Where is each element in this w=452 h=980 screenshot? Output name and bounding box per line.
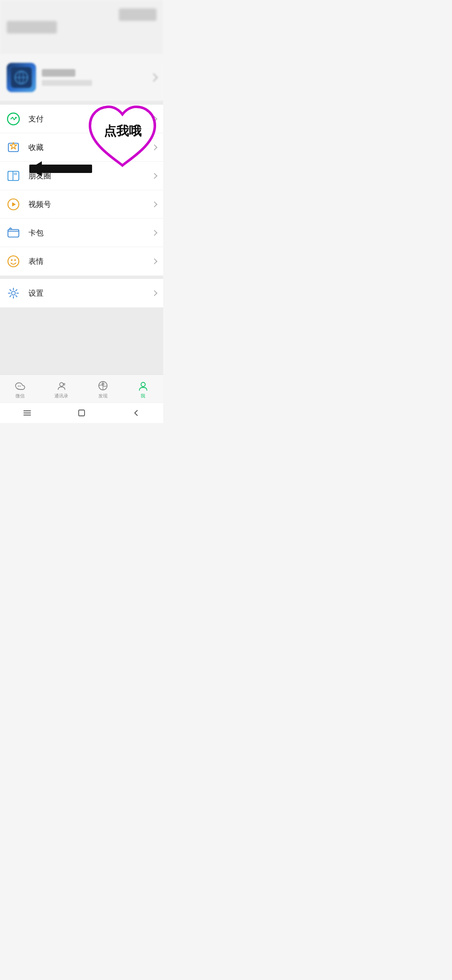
wallet-chevron: [152, 230, 157, 235]
svg-point-19: [18, 386, 19, 387]
svg-rect-11: [14, 173, 17, 175]
bottom-nav: 微信 通讯录: [0, 374, 163, 402]
wechat-nav-icon: [14, 380, 26, 392]
menu-item-settings[interactable]: 设置: [0, 279, 163, 307]
menu-item-payment[interactable]: 支付: [0, 105, 163, 133]
discover-nav-icon: [97, 380, 109, 392]
channels-icon: [7, 198, 20, 211]
nav-label-wechat: 微信: [15, 393, 25, 399]
profile-section[interactable]: [0, 54, 163, 101]
system-nav-bar: [0, 402, 163, 423]
menu-item-wallet[interactable]: 卡包: [0, 219, 163, 247]
svg-point-17: [14, 259, 16, 261]
system-home-btn[interactable]: [77, 408, 87, 418]
svg-rect-9: [8, 171, 13, 181]
wallet-icon: [7, 226, 20, 240]
profile-chevron: [149, 73, 158, 82]
stickers-icon: [7, 255, 20, 268]
menu-item-channels[interactable]: 视频号: [0, 190, 163, 219]
stickers-chevron: [152, 258, 157, 264]
stickers-label: 表情: [28, 256, 152, 266]
system-back-btn[interactable]: [131, 408, 141, 418]
bottom-fill: [0, 307, 163, 374]
menu-item-moments[interactable]: 朋友圈: [0, 162, 163, 190]
menu-item-favorites[interactable]: 收藏: [0, 133, 163, 162]
svg-point-5: [15, 117, 17, 119]
favorites-icon: [7, 141, 20, 154]
svg-rect-32: [79, 410, 85, 416]
settings-menu: 设置: [0, 279, 163, 307]
settings-icon: [7, 286, 20, 300]
nav-label-discover: 发现: [98, 393, 108, 399]
channels-chevron: [152, 201, 157, 207]
svg-point-16: [11, 259, 13, 261]
wallet-label: 卡包: [28, 228, 152, 238]
nav-item-wechat[interactable]: 微信: [9, 378, 31, 401]
system-menu-btn[interactable]: [22, 408, 32, 418]
section-divider: [0, 101, 163, 105]
svg-point-15: [8, 256, 19, 267]
channels-label: 视频号: [28, 199, 152, 209]
svg-point-28: [141, 382, 145, 387]
nav-item-me[interactable]: 我: [132, 378, 154, 401]
settings-divider: [0, 276, 163, 279]
svg-rect-14: [8, 230, 19, 237]
nav-label-me: 我: [141, 393, 145, 399]
main-menu: 支付 收藏 朋友圈: [0, 105, 163, 276]
payment-chevron: [152, 116, 157, 121]
profile-info: [42, 69, 145, 86]
nav-item-contacts[interactable]: 通讯录: [49, 378, 73, 401]
svg-marker-13: [12, 202, 16, 206]
me-nav-icon: [137, 380, 149, 392]
favorites-chevron: [152, 144, 157, 150]
nav-label-contacts: 通讯录: [54, 393, 68, 399]
contacts-nav-icon: [56, 380, 67, 392]
svg-point-20: [20, 386, 21, 387]
moments-icon: [7, 169, 20, 183]
payment-icon: [7, 112, 20, 126]
svg-point-21: [59, 383, 63, 387]
payment-label: 支付: [28, 114, 152, 124]
avatar: [7, 63, 36, 92]
settings-label: 设置: [28, 288, 152, 298]
moments-chevron: [152, 173, 157, 178]
svg-point-18: [12, 291, 15, 295]
moments-label: 朋友圈: [28, 171, 152, 181]
menu-item-stickers[interactable]: 表情: [0, 247, 163, 276]
nav-item-discover[interactable]: 发现: [92, 378, 114, 401]
favorites-label: 收藏: [28, 142, 152, 152]
settings-chevron: [152, 290, 157, 296]
